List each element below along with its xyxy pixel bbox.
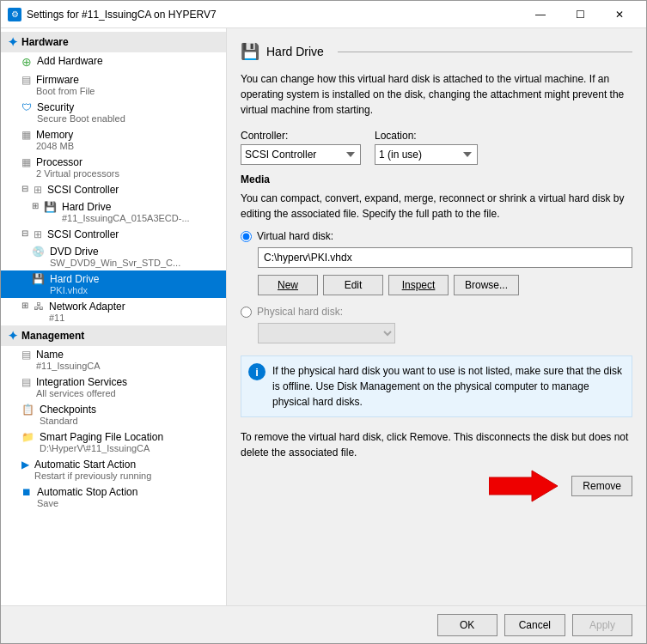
scsi1-label: SCSI Controller — [47, 184, 119, 196]
smartpaging-icon: 📁 — [21, 431, 34, 443]
vhd-radio-row: Virtual hard disk: — [241, 230, 632, 242]
panel-title-text: Hard Drive — [266, 45, 324, 58]
add-hardware-label: Add Hardware — [37, 55, 103, 67]
security-sub: Secure Boot enabled — [37, 113, 125, 124]
scsi1-icon: ⊞ — [34, 184, 42, 196]
mgmt-star-icon: ✦ — [8, 329, 18, 343]
minimize-button[interactable]: — — [521, 1, 560, 28]
apply-button[interactable]: Apply — [572, 614, 632, 636]
cancel-label: Cancel — [519, 619, 551, 631]
vhd-radio[interactable] — [241, 231, 252, 242]
location-select[interactable]: 1 (in use) — [375, 144, 478, 165]
arrow-svg — [489, 469, 558, 503]
sidebar-item-harddrive2[interactable]: 💾 Hard Drive PKI.vhdx — [1, 270, 226, 298]
sidebar-item-firmware[interactable]: ▤ Firmware Boot from File — [1, 71, 226, 99]
apply-label: Apply — [589, 619, 615, 631]
inspect-button[interactable]: Inspect — [388, 275, 449, 295]
sidebar-item-scsi2[interactable]: ⊟ ⊞ SCSI Controller — [1, 226, 226, 243]
network-icon: 🖧 — [34, 301, 44, 313]
edit-label: Edit — [345, 279, 363, 291]
close-button[interactable]: ✕ — [600, 1, 639, 28]
remove-button[interactable]: Remove — [571, 476, 632, 496]
bottom-bar: OK Cancel Apply — [1, 605, 646, 643]
phd-select-row — [258, 323, 632, 343]
harddrive-panel-icon: 💾 — [241, 42, 259, 61]
phd-select — [258, 323, 395, 343]
ok-button[interactable]: OK — [437, 614, 497, 636]
vhd-radio-group: Virtual hard disk: New Edit Inspect Brow… — [241, 230, 632, 295]
location-label: Location: — [375, 130, 478, 142]
scsi2-icon: ⊞ — [34, 228, 42, 240]
processor-sub: 2 Virtual processors — [36, 168, 119, 179]
checkpoints-sub: Standard — [40, 416, 96, 426]
autostop-sub: Save — [37, 498, 137, 508]
integration-icon: ▤ — [21, 376, 31, 388]
firmware-label: Firmware — [36, 74, 95, 86]
browse-button[interactable]: Browse... — [454, 275, 519, 295]
panel-title-row: 💾 Hard Drive — [241, 42, 632, 61]
name-sub: #11_IssuingCA — [36, 361, 101, 371]
sidebar-item-network[interactable]: ⊞ 🖧 Network Adapter #11 — [1, 298, 226, 325]
controller-group: Controller: SCSI Controller — [241, 130, 361, 165]
sidebar-item-smartpaging[interactable]: 📁 Smart Paging File Location D:\HyperV\#… — [1, 428, 226, 456]
info-icon: i — [248, 363, 266, 380]
sidebar-item-harddrive1[interactable]: ⊞ 💾 Hard Drive #11_IssuingCA_015A3ECD-..… — [1, 198, 226, 226]
star-icon: ✦ — [8, 35, 18, 49]
autostart-label: Automatic Start Action — [34, 459, 151, 471]
sidebar-item-memory[interactable]: ▦ Memory 2048 MB — [1, 126, 226, 154]
controller-select[interactable]: SCSI Controller — [241, 144, 361, 165]
svg-marker-0 — [489, 471, 558, 501]
phd-radio[interactable] — [241, 307, 252, 318]
harddrive1-sub: #11_IssuingCA_015A3ECD-... — [62, 213, 190, 223]
vhd-label[interactable]: Virtual hard disk: — [257, 230, 333, 242]
network-label: Network Adapter — [49, 301, 125, 313]
maximize-button[interactable]: ☐ — [560, 1, 600, 28]
processor-label: Processor — [36, 156, 119, 168]
main-content: ✦ Hardware ⊕ Add Hardware ▤ Firmware Boo… — [1, 28, 646, 605]
sidebar-item-scsi1[interactable]: ⊟ ⊞ SCSI Controller — [1, 181, 226, 198]
phd-radio-row: Physical hard disk: — [241, 306, 632, 318]
expand-scsi1-icon: ⊟ — [21, 184, 28, 193]
app-icon: ⚙ — [8, 8, 21, 21]
autostop-label: Automatic Stop Action — [37, 486, 137, 498]
harddrive1-icon: 💾 — [44, 201, 57, 213]
media-section: Media You can compact, convert, expand, … — [241, 173, 632, 343]
autostart-sub: Restart if previously running — [34, 471, 151, 481]
harddrive2-label: Hard Drive — [50, 273, 99, 285]
controller-label: Controller: — [241, 130, 361, 142]
integration-label: Integration Services — [36, 376, 127, 388]
vhd-path-input[interactable] — [258, 247, 632, 268]
controller-location-row: Controller: SCSI Controller Location: 1 … — [241, 130, 632, 165]
scsi2-label: SCSI Controller — [47, 228, 119, 240]
title-bar-left: ⚙ Settings for #11_IssuingCA on HYPERV7 — [8, 8, 217, 21]
expand-network-icon: ⊞ — [21, 301, 28, 310]
info-box: i If the physical hard disk you want to … — [241, 355, 632, 417]
security-icon: 🛡 — [21, 101, 32, 113]
phd-label[interactable]: Physical hard disk: — [257, 306, 343, 318]
hardware-section-header: ✦ Hardware — [1, 32, 226, 52]
edit-button[interactable]: Edit — [323, 275, 383, 295]
sidebar-item-processor[interactable]: ▦ Processor 2 Virtual processors — [1, 154, 226, 181]
vhd-input-row — [258, 247, 632, 268]
sidebar-item-checkpoints[interactable]: 📋 Checkpoints Standard — [1, 401, 226, 428]
sidebar-item-integration[interactable]: ▤ Integration Services All services offe… — [1, 374, 226, 401]
cancel-button[interactable]: Cancel — [504, 614, 565, 636]
network-sub: #11 — [49, 313, 125, 323]
sidebar-item-dvddrive[interactable]: 💿 DVD Drive SW_DVD9_Win_Svr_STD_C... — [1, 243, 226, 270]
remove-arrow-icon — [489, 469, 558, 503]
expand-hd1-icon: ⊞ — [32, 201, 39, 210]
name-icon: ▤ — [21, 349, 31, 361]
new-button[interactable]: New — [258, 275, 318, 295]
sidebar-item-name[interactable]: ▤ Name #11_IssuingCA — [1, 346, 226, 374]
remove-section: To remove the virtual hard disk, click R… — [241, 429, 632, 503]
settings-window: ⚙ Settings for #11_IssuingCA on HYPERV7 … — [0, 0, 647, 644]
sidebar-item-autostart[interactable]: ▶ Automatic Start Action Restart if prev… — [1, 456, 226, 483]
sidebar-item-security[interactable]: 🛡 Security Secure Boot enabled — [1, 99, 226, 126]
inspect-label: Inspect — [402, 279, 436, 291]
location-group: Location: 1 (in use) — [375, 130, 478, 165]
sidebar-item-add-hardware[interactable]: ⊕ Add Hardware — [1, 52, 226, 71]
phd-radio-group: Physical hard disk: — [241, 306, 632, 343]
title-bar: ⚙ Settings for #11_IssuingCA on HYPERV7 … — [1, 1, 646, 28]
remove-label: Remove — [583, 480, 621, 492]
sidebar-item-autostop[interactable]: ⏹ Automatic Stop Action Save — [1, 483, 226, 511]
